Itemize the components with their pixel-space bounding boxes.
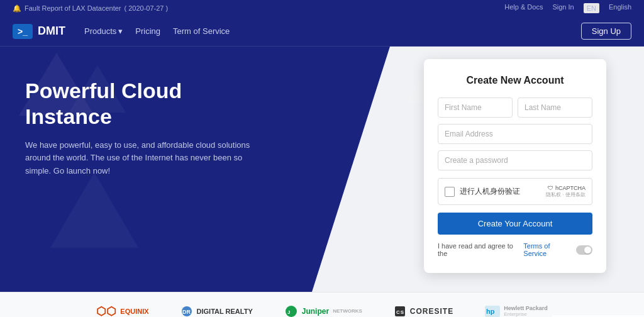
terms-of-service-link[interactable]: Terms of Service xyxy=(523,242,572,257)
hero-content: Powerful Cloud Instance We have powerful… xyxy=(25,78,264,178)
captcha-box[interactable]: 进行人机身份验证 🛡 hCAPTCHA 隐私权 · 使用条款 xyxy=(438,178,592,205)
alert-right: Help & Docs Sign In EN English xyxy=(504,3,631,13)
main-section: Powerful Cloud Instance We have powerful… xyxy=(0,47,644,292)
hero-title: Powerful Cloud Instance xyxy=(25,78,264,130)
alert-left: 🔔 Fault Report of LAX Datacenter ( 2020-… xyxy=(13,4,168,13)
first-name-input[interactable] xyxy=(438,97,513,118)
hp-label: Hewlett Packard Enterprise xyxy=(504,305,548,317)
navbar: >_ DMIT Products ▾ Pricing Term of Servi… xyxy=(0,16,644,47)
logo-text: DMIT xyxy=(38,25,65,38)
email-row xyxy=(438,124,592,144)
alert-text: Fault Report of LAX Datacenter xyxy=(25,4,121,12)
svg-text:J: J xyxy=(287,309,290,315)
captcha-right: 🛡 hCAPTCHA 隐私权 · 使用条款 xyxy=(546,185,586,198)
toggle-knob xyxy=(584,247,591,253)
coresite-icon: CS xyxy=(394,305,406,318)
hewlett-packard-logo: hp Hewlett Packard Enterprise xyxy=(485,305,548,317)
email-input[interactable] xyxy=(438,124,592,144)
digital-realty-label: DIGITAL REALTY xyxy=(197,308,253,315)
captcha-shield-icon: 🛡 xyxy=(548,185,553,191)
signup-button[interactable]: Sign Up xyxy=(581,23,631,40)
terms-nav-link[interactable]: Term of Service xyxy=(173,26,230,36)
language-link[interactable]: English xyxy=(609,3,631,13)
password-row xyxy=(438,150,592,170)
sign-in-link[interactable]: Sign In xyxy=(552,3,574,13)
form-title: Create New Account xyxy=(438,75,592,86)
juniper-networks-label: NETWORKS xyxy=(333,308,362,314)
coresite-label: CORESITE xyxy=(410,307,453,316)
captcha-left: 进行人机身份验证 xyxy=(445,186,520,197)
svg-text:CS: CS xyxy=(396,309,404,315)
equinix-icon: ⬡⬡ xyxy=(96,304,116,318)
pricing-nav-link[interactable]: Pricing xyxy=(135,26,160,36)
captcha-brand: 🛡 hCAPTCHA xyxy=(546,185,586,191)
alert-icon: 🔔 xyxy=(13,4,21,13)
alert-date: ( 2020-07-27 ) xyxy=(124,4,168,12)
logo-icon: >_ xyxy=(13,24,33,39)
hp-icon: hp xyxy=(485,306,500,317)
captcha-text: 进行人机身份验证 xyxy=(460,186,520,197)
triangle-deco-4 xyxy=(50,172,138,248)
equinix-label: EQUINIX xyxy=(120,308,148,315)
logo[interactable]: >_ DMIT xyxy=(13,24,65,39)
terms-toggle[interactable] xyxy=(576,245,592,255)
svg-text:DR: DR xyxy=(182,309,191,315)
equinix-logo: ⬡⬡ EQUINIX xyxy=(96,304,148,318)
coresite-logo: CS CORESITE xyxy=(394,305,453,318)
digital-realty-icon: DR xyxy=(180,305,193,318)
footer-logos: ⬡⬡ EQUINIX DR DIGITAL REALTY J Juniper N… xyxy=(0,292,644,317)
svg-text:hp: hp xyxy=(486,308,495,315)
alert-bar: 🔔 Fault Report of LAX Datacenter ( 2020-… xyxy=(0,0,644,16)
terms-row: I have read and agree to the Terms of Se… xyxy=(438,242,592,257)
language-flag: EN xyxy=(584,3,599,13)
chevron-down-icon: ▾ xyxy=(118,26,123,36)
password-input[interactable] xyxy=(438,150,592,170)
navbar-right: Sign Up xyxy=(581,23,631,40)
juniper-icon: J xyxy=(284,304,298,318)
navbar-left: >_ DMIT Products ▾ Pricing Term of Servi… xyxy=(13,24,230,39)
products-nav-link[interactable]: Products ▾ xyxy=(84,26,123,36)
captcha-checkbox[interactable] xyxy=(445,187,455,197)
juniper-logo: J Juniper NETWORKS xyxy=(284,304,362,318)
name-row xyxy=(438,97,592,118)
last-name-input[interactable] xyxy=(518,97,592,118)
juniper-label: Juniper xyxy=(302,307,329,316)
hero-description: We have powerful, easy to use, and affor… xyxy=(25,139,264,178)
create-account-button[interactable]: Create Your Account xyxy=(438,213,592,235)
nav-links: Products ▾ Pricing Term of Service xyxy=(84,26,230,36)
registration-form: Create New Account 进行人机身份验证 🛡 hCAPTCHA 隐… xyxy=(424,59,606,273)
help-docs-link[interactable]: Help & Docs xyxy=(504,3,543,13)
digital-realty-logo: DR DIGITAL REALTY xyxy=(180,305,253,318)
terms-text: I have read and agree to the xyxy=(438,242,519,257)
captcha-links: 隐私权 · 使用条款 xyxy=(546,191,586,198)
